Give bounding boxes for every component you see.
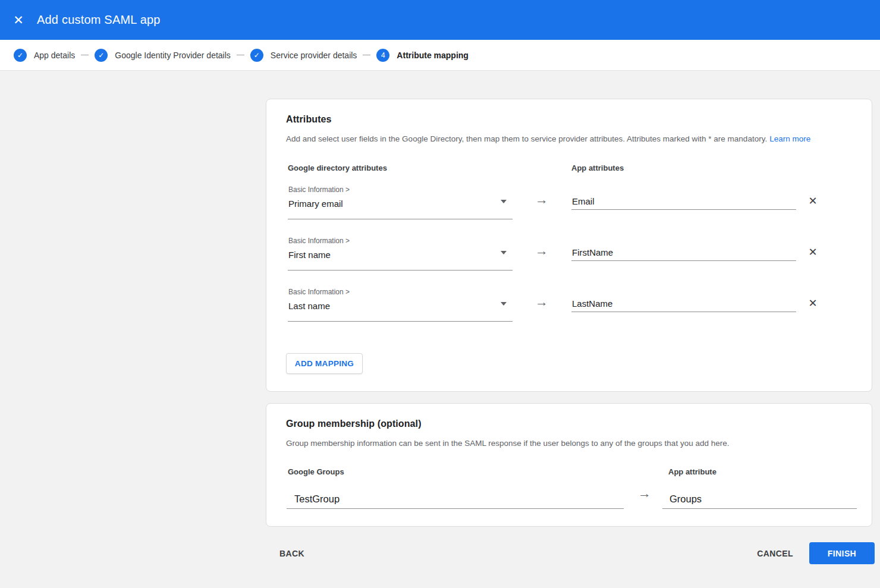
step-attribute-mapping[interactable]: 4 Attribute mapping bbox=[376, 49, 469, 62]
arrow-right-icon: → bbox=[535, 192, 548, 207]
step-label: Google Identity Provider details bbox=[115, 51, 231, 60]
step-divider bbox=[363, 55, 370, 55]
check-circle-icon: ✓ bbox=[14, 49, 27, 62]
attributes-description-text: Add and select user fields in the Google… bbox=[286, 134, 767, 143]
directory-attribute-select[interactable]: Basic Information > Last name bbox=[288, 285, 513, 322]
attribute-category-label: Basic Information > bbox=[288, 237, 350, 245]
back-button[interactable]: BACK bbox=[279, 549, 304, 558]
mapping-row: Basic Information > First name → ✕ bbox=[266, 234, 872, 285]
learn-more-link[interactable]: Learn more bbox=[769, 134, 810, 143]
group-membership-card: Group membership (optional) Group member… bbox=[266, 403, 872, 527]
step-google-idp-details[interactable]: ✓ Google Identity Provider details bbox=[95, 49, 231, 62]
dropdown-arrow-icon bbox=[501, 251, 507, 254]
attribute-field-value: Primary email bbox=[288, 199, 343, 209]
step-label: Attribute mapping bbox=[397, 51, 469, 60]
attributes-card-description: Add and select user fields in the Google… bbox=[286, 134, 810, 143]
app-header: ✕ Add custom SAML app bbox=[0, 0, 880, 40]
dropdown-arrow-icon bbox=[501, 200, 507, 203]
arrow-right-icon: → bbox=[535, 294, 548, 310]
step-label: Service provider details bbox=[271, 51, 357, 60]
attributes-card: Attributes Add and select user fields in… bbox=[266, 99, 872, 392]
finish-button[interactable]: FINISH bbox=[809, 542, 875, 564]
app-attribute-input[interactable] bbox=[571, 183, 796, 210]
remove-mapping-icon[interactable]: ✕ bbox=[805, 244, 821, 260]
add-mapping-button[interactable]: ADD MAPPING bbox=[286, 353, 363, 374]
remove-mapping-icon[interactable]: ✕ bbox=[805, 295, 821, 311]
check-circle-icon: ✓ bbox=[95, 49, 108, 62]
group-app-attribute-input[interactable] bbox=[662, 480, 857, 509]
app-attribute-input[interactable] bbox=[571, 285, 796, 312]
attributes-card-title: Attributes bbox=[286, 114, 332, 125]
google-groups-header: Google Groups bbox=[288, 467, 344, 476]
attribute-field-value: Last name bbox=[288, 301, 330, 311]
mapping-row: Basic Information > Last name → ✕ bbox=[266, 285, 872, 336]
footer-actions: BACK CANCEL FINISH bbox=[266, 542, 875, 564]
stepper: ✓ App details ✓ Google Identity Provider… bbox=[0, 40, 880, 71]
step-label: App details bbox=[34, 51, 75, 60]
step-service-provider-details[interactable]: ✓ Service provider details bbox=[250, 49, 357, 62]
remove-mapping-icon[interactable]: ✕ bbox=[805, 193, 821, 209]
attribute-category-label: Basic Information > bbox=[288, 185, 350, 194]
attribute-field-value: First name bbox=[288, 250, 331, 260]
dropdown-arrow-icon bbox=[501, 302, 507, 306]
app-attribute-header: App attribute bbox=[668, 467, 716, 476]
group-card-title: Group membership (optional) bbox=[286, 419, 422, 429]
arrow-right-icon: → bbox=[535, 243, 548, 259]
close-icon[interactable]: ✕ bbox=[10, 12, 27, 29]
cancel-button[interactable]: CANCEL bbox=[757, 549, 793, 558]
page: ✕ Add custom SAML app ✓ App details ✓ Go… bbox=[0, 0, 880, 588]
group-card-description: Group membership information can be sent… bbox=[286, 439, 729, 448]
google-directory-attributes-header: Google directory attributes bbox=[288, 163, 387, 172]
directory-attribute-select[interactable]: Basic Information > First name bbox=[288, 234, 513, 271]
check-circle-icon: ✓ bbox=[250, 49, 263, 62]
arrow-right-icon: → bbox=[638, 486, 651, 501]
directory-attribute-select[interactable]: Basic Information > Primary email bbox=[288, 183, 513, 219]
mapping-row: Basic Information > Primary email → ✕ bbox=[266, 183, 872, 234]
step-app-details[interactable]: ✓ App details bbox=[14, 49, 75, 62]
step-divider bbox=[237, 55, 244, 55]
app-attribute-input[interactable] bbox=[571, 234, 796, 261]
page-title: Add custom SAML app bbox=[37, 13, 161, 27]
attribute-category-label: Basic Information > bbox=[288, 288, 350, 296]
step-divider bbox=[81, 55, 89, 55]
app-attributes-header: App attributes bbox=[571, 163, 624, 172]
google-groups-input[interactable] bbox=[287, 480, 624, 509]
step-number-icon: 4 bbox=[376, 49, 389, 62]
